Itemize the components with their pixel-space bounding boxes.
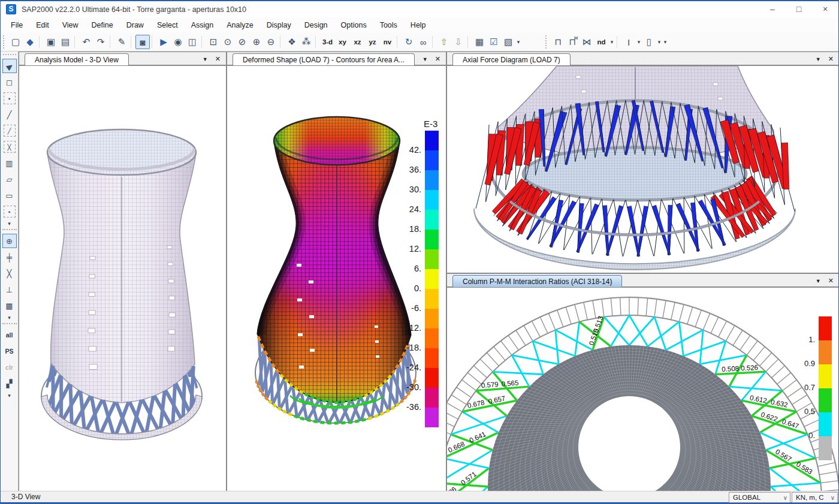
coord-system-dropdown[interactable]: GLOBAL∨ xyxy=(729,492,790,503)
menu-draw[interactable]: Draw xyxy=(120,19,150,32)
open-file-icon[interactable]: ◆ xyxy=(23,35,37,49)
view-xy-button[interactable]: xy xyxy=(335,35,350,49)
select-previous-button[interactable]: PS xyxy=(2,344,17,358)
undo-icon[interactable]: ↶ xyxy=(79,35,93,49)
menu-options[interactable]: Options xyxy=(334,19,373,32)
display-options-icon[interactable]: ▧ xyxy=(501,35,515,49)
panel-close-icon[interactable]: ✕ xyxy=(435,55,440,63)
zoom-full-icon[interactable]: ⊙ xyxy=(221,35,235,49)
print-icon[interactable]: ▤ xyxy=(58,35,73,49)
nd-button[interactable]: nd xyxy=(594,35,609,49)
snap-grid-icon[interactable]: ▦ xyxy=(2,298,17,313)
zoom-window-icon[interactable]: ⊡ xyxy=(206,35,221,49)
panel-menu-icon[interactable]: ▼ xyxy=(422,56,428,62)
view-nv-button[interactable]: nv xyxy=(380,35,395,49)
pan-icon[interactable]: ❖ xyxy=(285,35,299,49)
select-line-icon[interactable]: ▞ xyxy=(2,376,17,391)
quick-area-icon[interactable]: ▪ xyxy=(4,206,16,218)
rotate-view-icon[interactable]: ↻ xyxy=(402,35,416,49)
more-snap-icon[interactable]: ▾ xyxy=(2,315,17,321)
perspective-icon[interactable]: ∞ xyxy=(416,35,430,49)
panel-tab-deformed-view[interactable]: Deformed Shape (LOAD 7) - Contours for A… xyxy=(233,53,415,65)
wall-menu-icon[interactable]: ▾ xyxy=(656,35,662,49)
redo-icon[interactable]: ↷ xyxy=(93,35,108,49)
panel-tab-axial-view[interactable]: Axial Force Diagram (LOAD 7) xyxy=(452,53,571,65)
panel-tab-ratios-view[interactable]: Column P-M-M Interaction Ratios (ACI 318… xyxy=(452,275,622,287)
snap-joints-icon[interactable]: ⊕ xyxy=(2,234,17,248)
zoom-out-icon[interactable]: ⊖ xyxy=(264,35,278,49)
extra-menu-icon[interactable]: ▾ xyxy=(662,35,668,49)
menu-help[interactable]: Help xyxy=(404,19,433,32)
quick-frame-icon[interactable]: ╱ xyxy=(4,125,16,137)
zoom-in-icon[interactable]: ⊕ xyxy=(249,35,264,49)
pointer-select-icon[interactable]: ▶ xyxy=(2,59,17,73)
draw-pen-icon[interactable]: ✎ xyxy=(114,35,129,49)
save-icon[interactable]: ▣ xyxy=(44,35,58,49)
toolbar-separator xyxy=(432,36,437,48)
run-analysis-icon[interactable]: ◉ xyxy=(171,35,185,49)
run-selection-icon[interactable]: ◫ xyxy=(185,35,200,49)
select-reshape-icon[interactable]: ◻ xyxy=(2,75,17,89)
lock-model-icon[interactable]: ◙ xyxy=(135,35,150,49)
i-section-menu-icon[interactable]: ▾ xyxy=(636,35,642,49)
menu-design[interactable]: Design xyxy=(298,19,334,32)
run-play-icon[interactable]: ▶ xyxy=(156,35,171,49)
snap-midpoints-icon[interactable]: ╪ xyxy=(2,250,17,264)
wall-section-icon[interactable]: ▯ xyxy=(642,35,656,49)
panel-menu-icon[interactable]: ▼ xyxy=(816,278,821,284)
legend-tick: -30. xyxy=(389,382,421,392)
maximize-button[interactable]: □ xyxy=(786,1,812,17)
zoom-previous-icon[interactable]: ⊘ xyxy=(235,35,249,49)
menu-select[interactable]: Select xyxy=(150,19,185,32)
panel-menu-icon[interactable]: ▼ xyxy=(816,56,821,62)
menu-file[interactable]: File xyxy=(4,19,29,32)
menu-tools[interactable]: Tools xyxy=(373,19,404,32)
draw-frame-icon[interactable]: ╱ xyxy=(2,107,17,122)
panel-menu-icon[interactable]: ▼ xyxy=(203,56,208,62)
more-draw-icon[interactable]: ▾ xyxy=(2,221,17,227)
new-model-icon[interactable]: ▢ xyxy=(8,35,23,49)
legend-color-band xyxy=(425,328,439,348)
release-icon[interactable]: ⋈ xyxy=(580,35,594,49)
panel-tab-model-view[interactable]: Analysis Model - 3-D View xyxy=(25,53,129,65)
close-button[interactable]: × xyxy=(812,1,838,17)
toolbar-separator xyxy=(2,229,17,230)
i-section-icon[interactable]: I xyxy=(621,35,636,49)
object-models-icon[interactable]: ▦ xyxy=(472,35,487,49)
panel-content-model-view xyxy=(19,65,227,493)
panel-close-icon[interactable]: ✕ xyxy=(828,277,834,285)
frame-section-icon[interactable]: ⊓ xyxy=(551,35,565,49)
menu-define[interactable]: Define xyxy=(85,19,120,32)
show-selection-icon[interactable]: ☑ xyxy=(487,35,501,49)
frame-section-h-icon[interactable]: ⊓H xyxy=(565,35,580,49)
draw-rect-area-icon[interactable]: ▭ xyxy=(2,188,17,203)
select-all-button[interactable]: all xyxy=(2,328,17,342)
menu-analyze[interactable]: Analyze xyxy=(220,19,259,32)
panel-close-icon[interactable]: ✕ xyxy=(828,55,834,63)
menu-view[interactable]: View xyxy=(56,19,85,32)
more-select-icon[interactable]: ▾ xyxy=(2,393,17,399)
display-options-menu-icon[interactable]: ▾ xyxy=(515,35,521,49)
legend-tick: 12. xyxy=(389,244,421,253)
view-xz-button[interactable]: xz xyxy=(350,35,365,49)
move-down-icon[interactable]: ⇩ xyxy=(451,35,466,49)
units-dropdown[interactable]: KN, m, C∨ xyxy=(792,492,838,503)
minimize-button[interactable]: – xyxy=(759,1,786,17)
quick-braces-icon[interactable]: ╳ xyxy=(4,141,16,153)
move-up-icon[interactable]: ⇧ xyxy=(437,35,451,49)
view-yz-button[interactable]: yz xyxy=(365,35,380,49)
draw-poly-area-icon[interactable]: ▱ xyxy=(2,172,17,186)
menu-assign[interactable]: Assign xyxy=(185,19,221,32)
menu-display[interactable]: Display xyxy=(260,19,298,32)
menu-edit[interactable]: Edit xyxy=(29,19,56,32)
joint-annotation-icon[interactable]: ⁂ xyxy=(299,35,313,49)
panel-close-icon[interactable]: ✕ xyxy=(215,55,221,63)
frame-menu-icon[interactable]: ▾ xyxy=(609,35,615,49)
snap-intersections-icon[interactable]: ╳ xyxy=(2,266,17,280)
snap-perpendicular-icon[interactable]: ⊥ xyxy=(2,282,17,297)
clear-selection-button[interactable]: clr xyxy=(2,360,17,375)
view-3d-button[interactable]: 3-d xyxy=(320,35,335,49)
draw-joint-icon[interactable]: ▪ xyxy=(4,92,16,104)
secondary-beams-icon[interactable]: ▥ xyxy=(2,156,17,170)
panel-content-ratios-view: 0.5150.5130.5080.5260.6120.6320.6220.647… xyxy=(446,287,839,493)
